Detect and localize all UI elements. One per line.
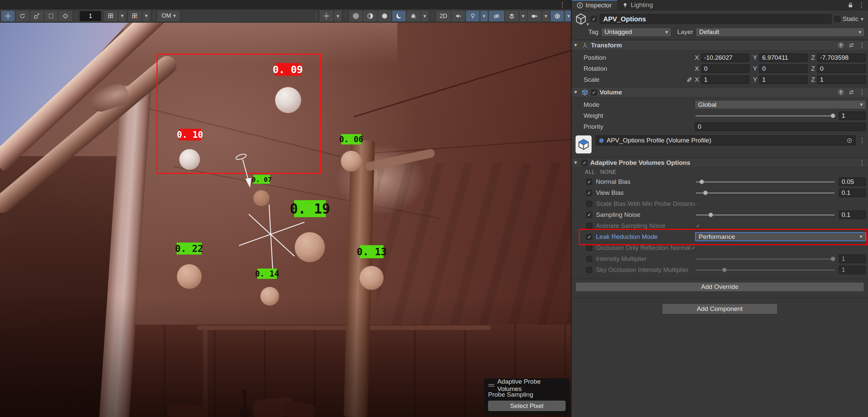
apv-options-header[interactable]: ▼ Adaptive Probe Volumes Options ⋮ xyxy=(571,157,868,168)
preset-icon[interactable] xyxy=(849,89,854,95)
scale-y-field[interactable]: 1 xyxy=(759,75,808,84)
volume-profile-object-field[interactable]: APV_Options Profile (Volume Profile) xyxy=(596,135,856,146)
move-tool-button[interactable] xyxy=(1,11,15,21)
volume-enabled-checkbox[interactable] xyxy=(591,89,597,95)
drag-handle-icon[interactable] xyxy=(488,383,495,387)
sampling-noise-value[interactable]: 0.1 xyxy=(839,211,866,219)
component-more-icon[interactable]: ⋮ xyxy=(859,89,865,95)
preset-icon[interactable] xyxy=(849,42,854,48)
rotate-tool-button[interactable] xyxy=(16,11,29,21)
debug-draw-dropdown[interactable]: ▼ xyxy=(421,11,428,21)
lock-icon[interactable] xyxy=(848,2,853,8)
foldout-icon[interactable]: ▼ xyxy=(574,160,579,165)
select-pixel-button[interactable]: Select Pixel xyxy=(488,400,565,411)
transform-tool-button[interactable] xyxy=(59,11,72,21)
sky-occlusion-value[interactable]: 1 xyxy=(839,265,866,274)
snap-increment-field[interactable]: 1 xyxy=(80,11,101,21)
scene-more-icon[interactable]: ⋮ xyxy=(559,1,565,8)
override-checkbox[interactable] xyxy=(586,190,592,196)
normal-bias-slider[interactable] xyxy=(695,178,835,186)
probe-sphere-0.13[interactable] xyxy=(360,266,383,290)
component-more-icon[interactable]: ⋮ xyxy=(859,42,865,49)
scene-viewport[interactable]: 0. 09 0. 10 0. 06 0. 07 0. 19 0. 22 0. 1… xyxy=(0,23,571,417)
grid-visibility-button[interactable] xyxy=(104,11,118,21)
intensity-multiplier-value[interactable]: 1 xyxy=(839,255,866,263)
tag-dropdown[interactable]: Untagged▼ xyxy=(601,28,671,37)
lighting-dropdown[interactable]: ▼ xyxy=(480,11,488,21)
view-bias-slider[interactable] xyxy=(695,189,835,197)
camera-settings-dropdown[interactable]: ▼ xyxy=(542,11,550,21)
sampling-noise-slider[interactable] xyxy=(695,211,835,219)
static-checkbox[interactable] xyxy=(834,16,840,22)
static-dropdown-icon[interactable]: ▼ xyxy=(861,18,863,21)
probe-sphere-0.19[interactable] xyxy=(295,232,325,262)
shading-debug-button[interactable] xyxy=(392,11,406,21)
shading-unlit-button[interactable] xyxy=(378,11,391,21)
help-icon[interactable]: ? xyxy=(838,89,844,95)
scale-bias-toggle[interactable] xyxy=(695,201,701,207)
override-checkbox[interactable] xyxy=(586,223,592,229)
profile-more-icon[interactable]: ⋮ xyxy=(859,137,865,143)
foldout-icon[interactable]: ▼ xyxy=(574,43,579,47)
handle-position-button[interactable] xyxy=(320,11,333,21)
intensity-multiplier-slider[interactable] xyxy=(695,255,835,263)
layer-dropdown[interactable]: Default▼ xyxy=(696,28,865,37)
camera-settings-button[interactable] xyxy=(528,11,541,21)
leak-reduction-mode-dropdown[interactable]: Performance▼ xyxy=(695,232,866,241)
grid-snap-dropdown[interactable]: ▼ xyxy=(143,11,150,21)
tab-lighting[interactable]: Lighting xyxy=(617,0,658,10)
position-z-field[interactable]: -7.703598 xyxy=(817,53,866,62)
audio-mute-button[interactable] xyxy=(452,11,465,21)
shading-shaded-wire-button[interactable] xyxy=(364,11,377,21)
rect-tool-button[interactable] xyxy=(44,11,58,21)
priority-field[interactable]: 0 xyxy=(695,122,866,131)
rotation-z-field[interactable]: 0 xyxy=(817,64,866,73)
2d-toggle-button[interactable]: 2D xyxy=(436,11,451,21)
scale-x-field[interactable]: 1 xyxy=(701,75,750,84)
sky-occlusion-slider[interactable] xyxy=(695,265,835,274)
position-x-field[interactable]: -10.26027 xyxy=(701,53,750,62)
weight-slider[interactable] xyxy=(695,111,835,120)
override-checkbox[interactable] xyxy=(586,267,592,273)
all-button[interactable]: ALL xyxy=(585,169,595,175)
constrain-proportions-icon[interactable] xyxy=(685,76,693,83)
grid-snap-button[interactable] xyxy=(128,11,142,21)
normal-bias-value[interactable]: 0.05 xyxy=(839,178,866,186)
volume-header[interactable]: ▼ Volume ? ⋮ xyxy=(571,87,868,97)
rotation-x-field[interactable]: 0 xyxy=(701,64,750,73)
mode-dropdown[interactable]: Global▼ xyxy=(695,100,866,109)
override-checkbox[interactable] xyxy=(586,245,592,251)
probe-sphere-0.07[interactable] xyxy=(253,190,270,206)
scale-z-field[interactable]: 1 xyxy=(817,75,866,84)
om-overlay-dropdown[interactable]: OM▼ xyxy=(158,11,180,21)
override-checkbox[interactable] xyxy=(586,201,592,207)
gameobject-active-checkbox[interactable] xyxy=(591,16,597,22)
gameobject-name-field[interactable]: APV_Options xyxy=(599,14,832,24)
add-component-button[interactable]: Add Component xyxy=(662,303,778,314)
probe-sphere-0.10[interactable] xyxy=(179,149,200,170)
override-checkbox[interactable] xyxy=(586,212,592,218)
override-checkbox[interactable] xyxy=(586,256,592,262)
gameobject-cube-icon[interactable]: ▼ xyxy=(574,13,588,25)
object-picker-icon[interactable] xyxy=(847,138,852,143)
view-bias-value[interactable]: 0.1 xyxy=(839,189,866,197)
transform-header[interactable]: ▼ Transform ? ⋮ xyxy=(571,40,868,51)
rotation-y-field[interactable]: 0 xyxy=(759,64,808,73)
shading-wireframe-button[interactable] xyxy=(349,11,363,21)
none-button[interactable]: NONE xyxy=(600,169,616,175)
override-checkbox[interactable] xyxy=(586,234,592,240)
scale-tool-button[interactable] xyxy=(30,11,43,21)
occlusion-only-toggle[interactable] xyxy=(690,245,696,251)
animate-sampling-noise-toggle[interactable] xyxy=(695,223,701,229)
handle-position-dropdown[interactable]: ▼ xyxy=(334,11,342,21)
probe-sphere-0.09[interactable] xyxy=(275,87,301,113)
weight-value-field[interactable]: 1 xyxy=(839,111,866,120)
debug-draw-button[interactable] xyxy=(407,11,420,21)
layers-dropdown[interactable]: ▼ xyxy=(520,11,527,21)
tab-inspector[interactable]: Inspector xyxy=(571,0,617,10)
lighting-toggle-button[interactable] xyxy=(466,11,479,21)
override-checkbox[interactable] xyxy=(586,179,592,185)
gizmos-toggle-button[interactable] xyxy=(551,11,564,21)
layers-button[interactable] xyxy=(505,11,519,21)
probe-sphere-0.06[interactable] xyxy=(341,151,362,171)
